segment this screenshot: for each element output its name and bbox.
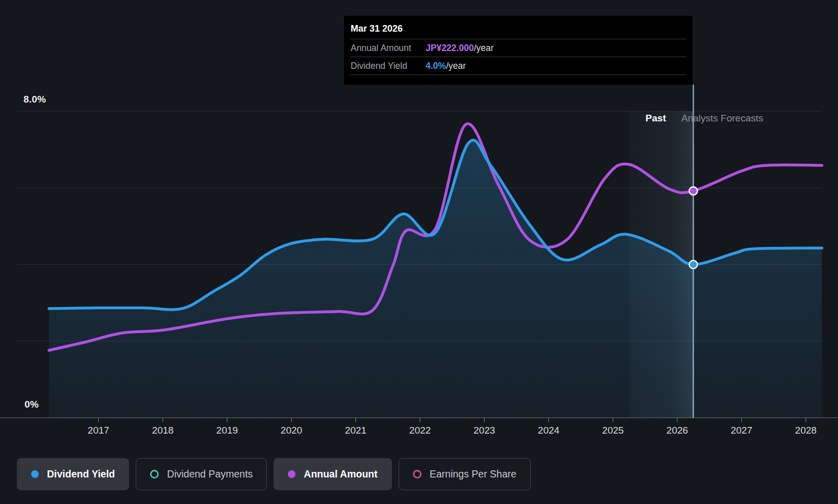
hover-band (629, 111, 694, 418)
x-axis-label-2018: 2018 (140, 425, 186, 436)
outline-circle-icon (150, 470, 159, 478)
tooltip-separator (350, 74, 686, 75)
y-axis-label-bottom: 0% (24, 399, 39, 410)
x-axis-label-2028: 2028 (783, 425, 829, 436)
x-axis-label-2022: 2022 (397, 425, 443, 436)
x-axis-label-2027: 2027 (719, 425, 765, 436)
x-axis-label-2021: 2021 (333, 425, 379, 436)
x-axis-label-2025: 2025 (590, 425, 636, 436)
tooltip-dividend-yield-label: Dividend Yield (344, 61, 426, 71)
legend-earnings-per-share[interactable]: Earnings Per Share (399, 458, 531, 490)
filled-dot-icon (288, 470, 295, 478)
legend-label: Annual Amount (304, 468, 377, 480)
annual-amount-marker[interactable] (689, 187, 698, 195)
dividend-yield-area (49, 140, 822, 418)
past-label: Past (615, 113, 666, 124)
tooltip-row-dividend-yield: Dividend Yield 4.0%/year (344, 57, 693, 74)
legend-label: Earnings Per Share (430, 468, 516, 480)
tooltip-dividend-yield-suffix: /year (446, 61, 466, 71)
dividend-chart-page: 8.0% 0% 20172018201920202021202220232024… (0, 0, 838, 504)
legend-dividend-yield[interactable]: Dividend Yield (17, 458, 129, 490)
x-axis-label-2019: 2019 (204, 425, 250, 436)
y-axis-label-top: 8.0% (23, 94, 46, 105)
legend-label: Dividend Payments (167, 468, 253, 480)
dividend-yield-marker[interactable] (689, 261, 698, 269)
legend-annual-amount[interactable]: Annual Amount (274, 458, 391, 490)
outline-circle-icon (413, 470, 422, 478)
tooltip: Mar 31 2026 Annual Amount JP¥222.000/yea… (344, 16, 693, 85)
tooltip-date: Mar 31 2026 (344, 16, 693, 39)
x-axis-label-2023: 2023 (461, 425, 507, 436)
analysts-forecasts-label: Analysts Forecasts (681, 113, 763, 124)
filled-dot-icon (31, 470, 39, 478)
tooltip-row-annual-amount: Annual Amount JP¥222.000/year (344, 39, 693, 57)
legend: Dividend YieldDividend PaymentsAnnual Am… (17, 458, 531, 490)
tooltip-annual-amount-suffix: /year (474, 43, 494, 54)
x-axis-label-2017: 2017 (76, 425, 121, 436)
legend-label: Dividend Yield (47, 468, 115, 480)
tooltip-dividend-yield-value: 4.0% (426, 61, 446, 71)
tooltip-annual-amount-label: Annual Amount (344, 43, 426, 54)
x-axis-label-2020: 2020 (268, 425, 314, 436)
x-axis-label-2026: 2026 (654, 425, 700, 436)
x-axis-label-2024: 2024 (526, 425, 572, 436)
legend-dividend-payments[interactable]: Dividend Payments (136, 458, 267, 490)
tooltip-annual-amount-value: JP¥222.000 (426, 43, 474, 54)
